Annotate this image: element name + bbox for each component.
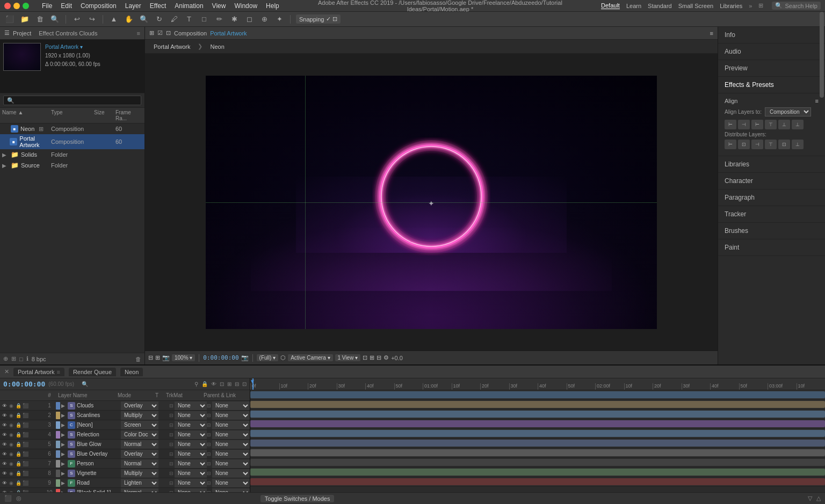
project-panel-menu[interactable]: ≡ [137,30,140,36]
eraser-tool[interactable]: ◻ [244,14,255,25]
toggle-3d-icon[interactable]: ⊡ [363,354,367,361]
paint-panel-item[interactable]: Paint [718,239,825,256]
timeline-timecode[interactable]: 0:00:00:00 [3,380,45,388]
layer-expand-2[interactable]: ▶ [61,413,68,418]
quality-control[interactable]: (Full) ▾ [257,354,279,361]
viewer[interactable]: ✦ [145,54,718,350]
label-icon-5[interactable]: ⬛ [22,441,28,448]
timeline-zoom-in[interactable]: △ [816,495,821,502]
layer-trkmat-9[interactable]: ⊟ None [169,479,207,487]
parent-select-4[interactable]: None [212,430,250,439]
redo-tool[interactable]: ↪ [86,14,97,25]
solo-icon-2[interactable]: ◉ [8,412,15,419]
label-icon-7[interactable]: ⬛ [22,461,28,467]
track-row-4[interactable] [250,419,825,429]
workspace-icon[interactable]: ⊞ [758,2,763,9]
lock-icon-4[interactable]: 🔒 [15,432,21,438]
distribute-bottom-btn[interactable]: ⊥ [792,140,804,149]
close-timeline[interactable]: ✕ [4,368,9,375]
layer-mode-7[interactable]: Normal Normal Overlay Multiply Screen [121,459,158,468]
trkmat-select-3[interactable]: None [175,421,207,429]
layer-trkmat-10[interactable]: ⊟ None [169,488,207,493]
grid-icon[interactable]: ⊟ [377,354,381,361]
safe-zones-icon[interactable]: ⊞ [370,354,374,361]
layer-row-9[interactable]: 👁 ◉ 🔒 ⬛ 9 ▶ F Road Lighten Normal Overla… [0,478,250,488]
move-tool[interactable]: ✋ [124,14,134,25]
timeline-tab-neon[interactable]: Neon [120,368,143,376]
layer-expand-4[interactable]: ▶ [61,432,68,437]
expand-source[interactable]: ▶ [2,163,9,169]
solo-icon-6[interactable]: ◉ [8,451,15,457]
parent-select-6[interactable]: None [212,450,250,458]
distribute-center-v-btn[interactable]: ⊡ [778,140,790,149]
parent-select-7[interactable]: None [212,459,250,468]
new-solid-icon[interactable]: □ [19,356,23,362]
lock-icon-7[interactable]: 🔒 [15,461,21,467]
layer-expand-7[interactable]: ▶ [61,461,68,466]
trkmat-select-10[interactable]: None [175,488,207,493]
mode-select-7[interactable]: Normal Normal Overlay Multiply Screen [121,459,158,468]
playhead[interactable] [252,378,254,390]
timeline-ruler[interactable]: 0f10f20f30f40f50f01:00f10f20f30f40f50f02… [250,378,825,390]
col-size-header[interactable]: Size [94,109,115,121]
eye-icon-8[interactable]: 👁 [1,470,8,477]
workspace-learn[interactable]: Learn [626,3,641,9]
solo-icon-8[interactable]: ◉ [8,470,15,477]
layer-mode-9[interactable]: Lighten Normal Overlay Multiply Screen [121,479,158,487]
trkmat-select-1[interactable]: None [175,401,207,410]
tracker-panel-item[interactable]: Tracker [718,206,825,223]
preview-panel-item[interactable]: Preview [718,60,825,77]
pin-tool[interactable]: ✦ [274,14,285,25]
track-row-1[interactable] [250,390,825,400]
camera-shutter[interactable]: 📷 [241,354,249,361]
comp-marker-icon[interactable]: ⬛ [4,495,12,502]
menu-composition[interactable]: Composition [81,2,117,10]
eye-icon-6[interactable]: 👁 [1,451,8,457]
next-frame-icon[interactable]: ⊞ [155,354,160,361]
shy-toggle[interactable]: 👁 [211,381,216,387]
search-tool[interactable]: 🔍 [49,14,60,25]
menu-help[interactable]: Help [266,2,279,10]
timeline-tab-render[interactable]: Render Queue [69,368,116,376]
layer-parent-7[interactable]: ⊟ None [207,459,250,468]
align-center-v-btn[interactable]: ⊥ [778,120,790,129]
align-bottom-btn[interactable]: ⊥ [792,120,804,129]
label-icon-6[interactable]: ⬛ [22,451,28,457]
mode-select-6[interactable]: Overlay Normal Overlay Multiply Screen [121,450,158,458]
timeline-zoom-out[interactable]: ▽ [808,495,812,502]
solo-icon-7[interactable]: ◉ [8,461,15,467]
distribute-right-btn[interactable]: ⊣ [751,140,763,149]
zoom-control[interactable]: 100% ▾ [172,354,195,361]
workspace-small-screen[interactable]: Small Screen [678,3,713,9]
interpret-icon[interactable]: ℹ [26,355,28,362]
libraries-panel-item[interactable]: Libraries [718,156,825,173]
solo-toggle[interactable]: ⚲ [194,381,198,387]
layer-mode-5[interactable]: Normal Normal Overlay Multiply Screen [121,440,158,449]
prev-frame-icon[interactable]: ⊟ [148,354,153,361]
track-bar-8[interactable] [250,459,825,466]
label-icon-4[interactable]: ⬛ [22,432,28,438]
solo-icon-9[interactable]: ◉ [8,480,15,486]
layer-trkmat-1[interactable]: ⊟ None [169,401,207,410]
align-right-btn[interactable]: ⊢ [751,120,763,129]
lock-icon-6[interactable]: 🔒 [15,451,21,457]
workspace-default[interactable]: Default [601,2,620,9]
parent-select-1[interactable]: None [212,401,250,410]
lock-toggle[interactable]: 🔒 [201,381,208,387]
mode-select-8[interactable]: Multiply Normal Overlay Multiply Screen [121,469,158,478]
label-icon-1[interactable]: ⬛ [22,403,28,409]
layer-row-2[interactable]: 👁 ◉ 🔒 ⬛ 2 ▶ S Scanlines Multiply Normal … [0,411,250,420]
layer-row-7[interactable]: 👁 ◉ 🔒 ⬛ 7 ▶ F Person Normal Normal Overl… [0,459,250,469]
layer-trkmat-8[interactable]: ⊟ None [169,469,207,478]
layer-trkmat-2[interactable]: ⊟ None [169,411,207,420]
folder-tool[interactable]: 📁 [19,14,30,25]
mode-select-5[interactable]: Normal Normal Overlay Multiply Screen [121,440,158,449]
trkmat-select-9[interactable]: None [175,479,207,487]
workspace-libraries[interactable]: Libraries [720,3,742,9]
maximize-button[interactable] [23,3,29,9]
label-icon-3[interactable]: ⬛ [22,422,28,428]
layer-expand-1[interactable]: ▶ [61,403,68,408]
fast-preview-icon[interactable]: ⬡ [280,354,286,361]
align-layers-to-select[interactable]: Composition Selection [765,107,811,116]
track-row-5[interactable] [250,429,825,439]
